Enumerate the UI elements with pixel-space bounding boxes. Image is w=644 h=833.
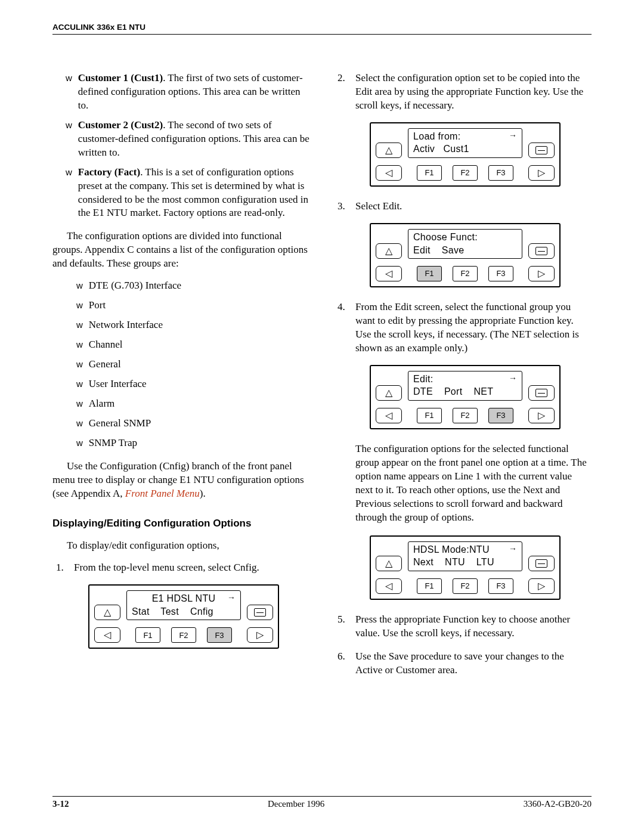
f1-key[interactable]: F1 xyxy=(417,578,442,594)
list-item: w Customer 1 (Cust1). The first of two s… xyxy=(52,72,310,113)
list-item: wChannel xyxy=(52,338,310,352)
exit-key[interactable] xyxy=(528,385,555,401)
groups-list: wDTE (G.703) Interface wPort wNetwork In… xyxy=(52,279,310,450)
f3-key[interactable]: F3 xyxy=(488,266,513,281)
exit-key[interactable] xyxy=(528,243,555,259)
lcd-line1: Load from: xyxy=(413,130,517,143)
left-key[interactable] xyxy=(376,165,402,181)
use-cnfig-post: ). xyxy=(200,488,206,499)
f3-key[interactable]: F3 xyxy=(488,165,513,181)
f2-key[interactable]: F2 xyxy=(453,266,478,281)
front-panel-menu-link[interactable]: Front Panel Menu xyxy=(125,488,200,499)
f1-key[interactable]: F1 xyxy=(417,165,442,181)
right-key[interactable] xyxy=(528,408,555,423)
f3-key[interactable]: F3 xyxy=(488,408,513,423)
f1-key[interactable]: F1 xyxy=(417,266,442,281)
scroll-arrow-icon: → xyxy=(509,373,517,384)
exit-icon xyxy=(535,146,547,154)
up-key[interactable] xyxy=(376,556,402,571)
footer-date: December 1996 xyxy=(268,799,324,809)
scroll-arrow-icon: → xyxy=(509,543,517,555)
right-key[interactable] xyxy=(528,165,555,181)
list-item: wUser Interface xyxy=(52,377,310,391)
triangle-left-icon xyxy=(385,411,392,420)
step-text: From the top-level menu screen, select C… xyxy=(74,561,310,575)
lcd-line2: DTE Port NET xyxy=(413,385,517,398)
f3-key[interactable]: F3 xyxy=(207,627,232,643)
step-text: Press the appropriate Function key to ch… xyxy=(355,613,592,640)
left-steps: From the top-level menu screen, select C… xyxy=(52,561,310,649)
lcd-line1: Choose Funct: xyxy=(413,231,517,244)
item-label: Customer 1 (Cust1) xyxy=(78,72,163,83)
group-name: Port xyxy=(89,299,310,312)
left-key[interactable] xyxy=(94,627,120,643)
step-text: Select the configuration option set to b… xyxy=(355,72,592,113)
group-name: Network Interface xyxy=(89,318,310,332)
up-key[interactable] xyxy=(376,143,402,158)
triangle-left-icon xyxy=(385,168,392,178)
triangle-right-icon xyxy=(256,630,264,640)
exit-key[interactable] xyxy=(247,605,273,620)
right-column: Select the configuration option set to b… xyxy=(334,72,592,687)
lcd-panel-choose-funct: Choose Funct: Edit Save F1 F2 F3 xyxy=(370,223,561,287)
doc-number: 3360-A2-GB20-20 xyxy=(524,799,592,809)
right-key[interactable] xyxy=(247,627,273,643)
f3-key[interactable]: F3 xyxy=(488,578,513,594)
left-key[interactable] xyxy=(376,266,402,281)
step-text: Use the Save procedure to save your chan… xyxy=(355,650,592,677)
left-key[interactable] xyxy=(376,578,402,594)
triangle-right-icon xyxy=(538,581,545,591)
exit-key[interactable] xyxy=(528,143,555,158)
group-name: User Interface xyxy=(89,377,310,391)
right-key[interactable] xyxy=(528,578,555,594)
exit-key[interactable] xyxy=(528,556,555,571)
step-text: Select Edit. xyxy=(355,200,592,213)
f2-key[interactable]: F2 xyxy=(453,408,478,423)
exit-icon xyxy=(535,559,547,568)
lcd-screen: → Load from: Activ Cust1 xyxy=(408,128,522,158)
lcd-panel-hdsl-mode: → HDSL Mode:NTU Next NTU LTU F1 F2 xyxy=(370,535,561,600)
page-footer: 3-12 December 1996 3360-A2-GB20-20 xyxy=(52,796,592,809)
bullet-icon: w xyxy=(76,338,83,351)
group-name: General SNMP xyxy=(89,417,310,431)
triangle-right-icon xyxy=(538,168,545,178)
up-key[interactable] xyxy=(376,385,402,401)
step-3: Select Edit. Choose Funct: Edit Save xyxy=(334,200,592,287)
f1-key[interactable]: F1 xyxy=(417,408,442,423)
lcd-line1: Edit: xyxy=(413,373,517,386)
bullet-icon: w xyxy=(66,166,72,178)
list-item: wGeneral xyxy=(52,358,310,371)
f2-key[interactable]: F2 xyxy=(453,165,478,181)
group-name: DTE (G.703) Interface xyxy=(89,279,310,293)
step-1: From the top-level menu screen, select C… xyxy=(52,561,310,649)
f2-key[interactable]: F2 xyxy=(453,578,478,594)
up-key[interactable] xyxy=(94,605,120,620)
bullet-icon: w xyxy=(66,119,72,131)
step-5: Press the appropriate Function key to ch… xyxy=(334,613,592,640)
triangle-left-icon xyxy=(385,581,392,591)
step-4: From the Edit screen, select the functio… xyxy=(334,301,592,600)
up-key[interactable] xyxy=(376,243,402,259)
groups-intro: The configuration options are divided in… xyxy=(52,230,310,271)
item-label: Factory (Fact) xyxy=(78,166,140,178)
list-item: wNetwork Interface xyxy=(52,318,310,332)
triangle-right-icon xyxy=(538,411,545,420)
right-key[interactable] xyxy=(528,266,555,281)
scroll-arrow-icon: → xyxy=(227,592,236,603)
triangle-up-icon xyxy=(104,608,111,617)
bullet-icon: w xyxy=(76,279,83,292)
bullet-icon: w xyxy=(76,299,83,311)
triangle-left-icon xyxy=(385,269,392,278)
exit-icon xyxy=(535,247,547,255)
left-column: w Customer 1 (Cust1). The first of two s… xyxy=(52,72,310,687)
bullet-icon: w xyxy=(76,397,83,410)
list-item: wGeneral SNMP xyxy=(52,417,310,431)
exit-icon xyxy=(535,389,547,397)
group-name: General xyxy=(89,358,310,371)
bullet-icon: w xyxy=(76,358,83,370)
lcd-line2: Next NTU LTU xyxy=(413,556,517,569)
left-key[interactable] xyxy=(376,408,402,423)
f1-key[interactable]: F1 xyxy=(135,627,160,643)
list-item: wPort xyxy=(52,299,310,312)
f2-key[interactable]: F2 xyxy=(171,627,196,643)
